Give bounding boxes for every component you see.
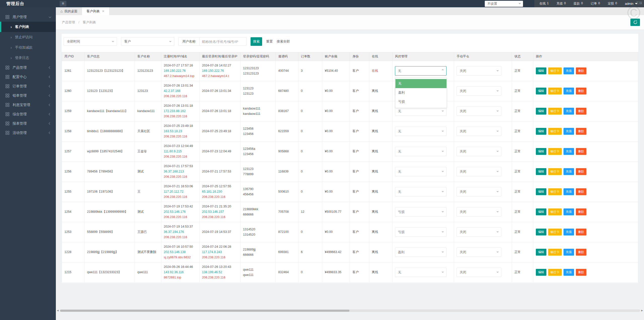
manual-close-select[interactable]: 关闭 [457,127,501,136]
manual-close-select[interactable]: 关闭 [457,207,501,217]
bank-card-button[interactable]: 银行卡 [548,249,562,256]
delete-button[interactable]: 删除 [576,168,586,175]
risk-control-select[interactable]: 盈利 [395,247,447,257]
edit-button[interactable]: 编辑 [536,108,546,115]
delete-button[interactable]: 删除 [576,88,586,94]
bank-card-button[interactable]: 银行卡 [548,88,562,94]
manual-close-select[interactable]: 关闭 [457,66,501,76]
stat-orders[interactable]: 订单0 [591,2,600,6]
bank-card-button[interactable]: 银行卡 [548,269,562,276]
delete-button[interactable]: 删除 [576,148,586,155]
manual-close-select[interactable]: 关闭 [457,227,501,237]
breadcrumb-parent[interactable]: 产品管理 [62,20,75,24]
sidebar-item-3[interactable]: 订单管理 [0,82,56,91]
manual-close-select[interactable]: 关闭 [457,247,501,257]
sidebar-subitem-0-2[interactable]: ›手动加减款 [0,42,56,53]
risk-control-select[interactable]: 无无盈利亏损 [395,66,447,76]
scroll-left-icon[interactable]: ◀ [56,309,60,312]
horizontal-scrollbar[interactable]: ◀ ▶ [56,309,644,312]
recharge-button[interactable]: 充值 [564,188,574,195]
edit-button[interactable]: 编辑 [536,88,546,94]
search-button[interactable]: 搜索 [251,37,262,46]
bank-card-button[interactable]: 银行卡 [548,208,562,215]
recharge-button[interactable]: 充值 [564,269,574,276]
risk-control-select[interactable]: 亏损 [395,207,447,217]
recharge-button[interactable]: 充值 [564,67,574,74]
bank-card-button[interactable]: 银行卡 [548,128,562,135]
recharge-button[interactable]: 充值 [564,229,574,235]
recharge-button[interactable]: 充值 [564,249,574,256]
bank-card-button[interactable]: 银行卡 [548,188,562,195]
scrollbar-track[interactable] [60,309,640,312]
recharge-button[interactable]: 充值 [564,208,574,215]
bank-card-button[interactable]: 银行卡 [548,168,562,175]
sidebar-item-0[interactable]: 用户管理 [0,12,56,22]
bank-card-button[interactable]: 银行卡 [548,108,562,115]
sidebar-item-2[interactable]: 配置中心 [0,72,56,82]
time-range-select[interactable]: 全部时间 [64,37,117,46]
edit-button[interactable]: 编辑 [536,168,546,175]
edit-button[interactable]: 编辑 [536,249,546,256]
risk-control-select[interactable]: 无 [395,268,447,277]
recharge-button[interactable]: 充值 [564,88,574,94]
bank-card-button[interactable]: 银行卡 [548,148,562,155]
scroll-right-icon[interactable]: ▶ [640,309,644,312]
recharge-button[interactable]: 充值 [564,128,574,135]
manual-close-select[interactable]: 关闭 [457,106,501,116]
manual-close-select[interactable]: 关闭 [457,147,501,156]
risk-control-select[interactable]: 无 [395,127,447,136]
edit-button[interactable]: 编辑 [536,269,546,276]
risk-option[interactable]: 盈利 [395,88,447,97]
manual-close-select[interactable]: 关闭 [457,268,501,277]
sidebar-item-8[interactable]: 活动管理 [0,128,56,137]
risk-control-select[interactable]: 无 [395,167,447,176]
sidebar-item-7[interactable]: 报表管理 [0,119,56,128]
delete-button[interactable]: 删除 [576,188,586,195]
delete-button[interactable]: 删除 [576,269,586,276]
bank-card-button[interactable]: 银行卡 [548,67,562,74]
risk-control-select[interactable]: 亏损 [395,227,447,237]
sidebar-item-6[interactable]: 综合管理 [0,110,56,119]
delete-button[interactable]: 删除 [576,229,586,235]
tab-customer-list[interactable]: 客户列表 ✕ [82,7,109,15]
delete-button[interactable]: 删除 [576,128,586,135]
stat-autoinvest[interactable]: 定投0 [608,2,617,6]
close-icon[interactable]: ✕ [102,9,105,13]
topbar-filter-select[interactable]: 不设置 [485,1,523,7]
sidebar-item-1[interactable]: 产品管理 [0,63,56,72]
bank-card-button[interactable]: 银行卡 [548,229,562,235]
stat-withdraw[interactable]: 提款0 [574,2,583,6]
edit-button[interactable]: 编辑 [536,208,546,215]
stat-recharge[interactable]: 充值0 [556,2,566,6]
edit-button[interactable]: 编辑 [536,128,546,135]
risk-control-select[interactable]: 无 [395,147,447,156]
reset-button[interactable]: 重置 [266,39,273,44]
recharge-button[interactable]: 充值 [564,148,574,155]
delete-button[interactable]: 删除 [576,108,586,115]
tab-my-desktop[interactable]: ⌂ 我的桌面 [56,7,82,15]
sidebar-item-5[interactable]: 利息宝管理 [0,100,56,110]
edit-button[interactable]: 编辑 [536,148,546,155]
manual-close-select[interactable]: 关闭 [457,86,501,96]
edit-button[interactable]: 编辑 [536,229,546,235]
search-all-button[interactable]: 搜索全部 [277,39,290,44]
scrollbar-thumb[interactable] [60,310,349,312]
sidebar-item-4[interactable]: 错单管理 [0,91,56,100]
delete-button[interactable]: 删除 [576,249,586,256]
risk-control-select[interactable]: 无 [395,187,447,196]
manual-close-select[interactable]: 关闭 [457,187,501,196]
delete-button[interactable]: 删除 [576,67,586,74]
customer-type-select[interactable]: 客户 [121,37,174,46]
sidebar-subitem-0-0[interactable]: ›客户列表 [0,22,56,32]
edit-button[interactable]: 编辑 [536,67,546,74]
risk-option[interactable]: 亏损 [395,97,447,106]
hamburger-menu-icon[interactable]: ≡ [60,1,66,7]
recharge-button[interactable]: 充值 [564,108,574,115]
sidebar-subitem-0-3[interactable]: ›登录日志 [0,53,56,63]
sidebar-subitem-0-1[interactable]: ›禁止IP访问 [0,32,56,42]
search-input[interactable] [199,38,246,46]
edit-button[interactable]: 编辑 [536,188,546,195]
manual-close-select[interactable]: 关闭 [457,167,501,176]
risk-option[interactable]: 无 [395,79,447,88]
stat-online[interactable]: 在线1 [539,2,549,6]
